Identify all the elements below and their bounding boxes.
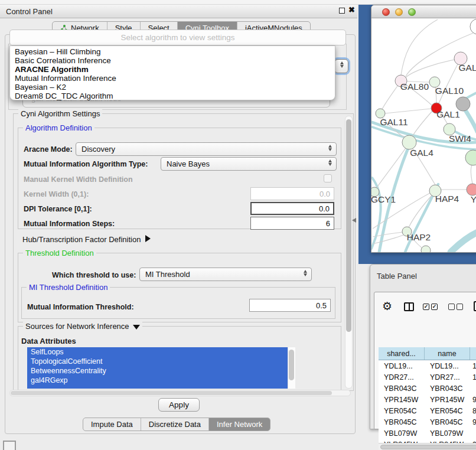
mi-steps-field[interactable]: 6 [250, 217, 334, 230]
network-node[interactable] [467, 184, 476, 195]
algorithm-definition-title: Algorithm Definition [23, 123, 94, 132]
menu-item-bayesian-k2[interactable]: Bayesian – K2 [10, 83, 335, 92]
table-row[interactable]: YDL19...YDL19...13 [379, 360, 476, 371]
tab-infer-network[interactable]: Infer Network [209, 418, 270, 431]
menu-item-aracne[interactable]: ARACNE Algorithm [10, 65, 335, 74]
expand-right-icon [145, 235, 151, 242]
data-attributes-label: Data Attributes [21, 337, 76, 345]
which-threshold-label: Which threshold to use: [52, 271, 136, 279]
menu-item-bayesian-hill-climbing[interactable]: Bayesian – Hill Climbing [10, 47, 335, 56]
table-row[interactable]: YBL079WYBL079W [379, 428, 476, 439]
combo-stepper-icon [328, 145, 332, 151]
unchecked-checkbox-icon[interactable] [448, 304, 455, 310]
table-panel-window: Table Panel ⚙ ✓ ✓ shared... name YDL19..… [370, 264, 476, 429]
tab-label: Infer Network [217, 420, 262, 429]
menu-item-dream8[interactable]: Dream8 DC_TDC Algorithm [10, 92, 335, 100]
which-threshold-value: MI Threshold [145, 270, 190, 279]
aracne-mode-combo[interactable]: Discovery [76, 142, 337, 156]
table-row[interactable]: YPR145WYPR145W9. [379, 394, 476, 405]
bottom-tabbar: Impute Data Discretize Data Infer Networ… [83, 418, 270, 431]
minimized-panel-icon[interactable] [3, 441, 16, 450]
column-header-name[interactable]: name [425, 347, 470, 360]
hub-definition-label: Hub/Transcription Factor Definition [22, 235, 141, 244]
network-view-window: GALGAL80GAL10GAL1GAL11SWI4GAL4GCY1HAP4YH… [371, 5, 476, 253]
tab-discretize-data[interactable]: Discretize Data [141, 418, 209, 431]
attributes-scrollbar[interactable] [288, 347, 295, 389]
mi-type-label: Mutual Information Algorithm Type: [24, 160, 148, 168]
checked-checkbox-icon[interactable]: ✓ [423, 304, 429, 310]
hub-definition-toggle[interactable]: Hub/Transcription Factor Definition [22, 235, 151, 244]
combo-stepper-icon [304, 270, 307, 276]
which-threshold-combo[interactable]: MI Threshold [139, 268, 312, 281]
settings-vertical-scrollbar-thumb[interactable] [346, 119, 351, 332]
kernel-width-field[interactable]: 0.0 [250, 187, 334, 200]
algorithm-dropdown-menu: Bayesian – Hill Climbing Basic Correlati… [9, 45, 335, 100]
minimize-traffic-light-icon[interactable] [395, 8, 403, 16]
table-horizontal-scrollbar-thumb[interactable] [380, 445, 476, 449]
combo-stepper-icon [340, 61, 344, 68]
close-traffic-light-icon[interactable] [382, 8, 390, 16]
control-panel-top-strip [0, 0, 476, 5]
network-canvas[interactable]: GALGAL80GAL10GAL1GAL11SWI4GAL4GCY1HAP4YH… [371, 18, 476, 253]
close-icon[interactable]: ✖ [348, 5, 355, 14]
network-node-label: GAL1 [436, 109, 460, 119]
attribute-item[interactable]: SelfLoops [27, 347, 288, 357]
tab-impute-data[interactable]: Impute Data [83, 418, 141, 431]
table-row[interactable]: YLR345WYLR345W9. [379, 439, 476, 443]
document-icon[interactable] [474, 301, 476, 311]
network-node[interactable] [465, 150, 476, 165]
network-node[interactable] [421, 246, 431, 253]
attributes-scrollbar-thumb[interactable] [289, 350, 294, 380]
settings-horizontal-scrollbar-thumb[interactable] [11, 391, 332, 395]
cyni-settings-title: Cyni Algorithm Settings [18, 109, 102, 118]
network-node-label: GAL10 [435, 86, 464, 96]
zoom-traffic-light-icon[interactable] [408, 8, 416, 16]
network-node-label: HAP2 [407, 232, 431, 242]
float-window-icon[interactable] [339, 8, 345, 14]
table-row[interactable]: YER054CYER054C8. [379, 405, 476, 416]
menu-item-mutual-information[interactable]: Mutual Information Inference [10, 74, 335, 83]
column-header-extra[interactable] [470, 347, 476, 360]
dpi-tolerance-value: 0.0 [319, 204, 330, 213]
node-table[interactable]: shared... name YDL19...YDL19...13 YDR27.… [379, 347, 476, 443]
focused-combo-button[interactable] [334, 59, 348, 73]
apply-button[interactable]: Apply [158, 398, 200, 412]
checked-checkbox-icon[interactable]: ✓ [431, 304, 438, 310]
menu-item-basic-correlation[interactable]: Basic Correlation Inference [10, 56, 335, 65]
attribute-item[interactable]: TopologicalCoefficient [27, 357, 288, 366]
table-horizontal-scrollbar[interactable] [379, 443, 476, 450]
algorithm-select-combo[interactable]: Select algorithm to view settings [9, 30, 346, 45]
aracne-mode-label: Aracne Mode: [24, 145, 73, 154]
gear-icon[interactable]: ⚙ [382, 301, 392, 312]
network-node[interactable] [470, 19, 476, 34]
attributes-selection: SelfLoops TopologicalCoefficient Between… [27, 347, 288, 389]
table-panel-title: Table Panel [377, 272, 417, 281]
manual-kernel-label: Manual Kernel Width Definition [24, 175, 133, 184]
algorithm-combo-placeholder: Select algorithm to view settings [121, 33, 235, 42]
table-panel-body: ⚙ ✓ ✓ shared... name YDL19...YDL19...13 … [374, 292, 476, 429]
aracne-mode-value: Discovery [81, 145, 115, 154]
manual-kernel-checkbox[interactable] [324, 174, 332, 182]
column-header-shared[interactable]: shared... [379, 347, 425, 360]
combo-stepper-icon [328, 159, 332, 166]
unchecked-checkbox-icon[interactable] [457, 304, 463, 310]
table-row[interactable]: YBR045CYBR045C9. [379, 416, 476, 428]
mi-threshold-field[interactable]: 0.5 [249, 299, 331, 312]
sources-group-title[interactable]: Sources for Network Inference [23, 322, 142, 331]
mi-type-combo[interactable]: Naive Bayes [161, 157, 337, 171]
table-row[interactable]: YDR27...YDR27...12 [379, 371, 476, 383]
kernel-width-label: Kernel Width (0,1): [24, 190, 89, 198]
network-node-label: Y [471, 194, 476, 204]
attribute-item[interactable]: gal4RGexp [27, 376, 288, 385]
network-window-titlebar[interactable] [371, 5, 476, 18]
network-strong-edges [371, 92, 476, 252]
table-row[interactable]: YBR043CYBR043C [379, 383, 476, 394]
dpi-tolerance-field[interactable]: 0.0 [250, 202, 334, 215]
network-node-label: GAL11 [380, 117, 407, 127]
collapse-down-icon [133, 325, 140, 330]
network-node-label: HAP4 [435, 194, 459, 204]
column-view-icon[interactable] [404, 302, 414, 311]
data-attributes-list[interactable]: SelfLoops TopologicalCoefficient Between… [27, 347, 295, 389]
attribute-item[interactable]: BetweennessCentrality [27, 366, 288, 376]
mi-steps-value: 6 [326, 219, 330, 228]
